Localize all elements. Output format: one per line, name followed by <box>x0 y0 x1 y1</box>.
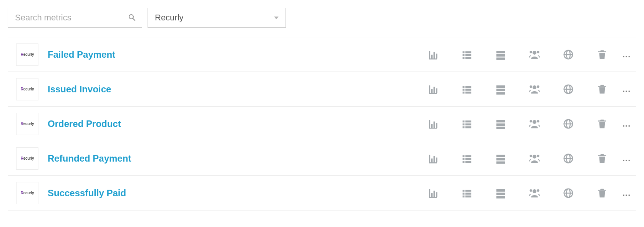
globe-icon[interactable] <box>563 49 574 60</box>
source-logo-text: Recurly <box>21 87 34 91</box>
row-actions: ... <box>427 118 632 130</box>
metric-name-link[interactable]: Successfully Paid <box>48 188 427 199</box>
metrics-list: Recurly Failed Payment ... Recurly Issue… <box>8 37 636 210</box>
users-icon[interactable] <box>529 83 540 95</box>
list-icon[interactable] <box>461 187 473 199</box>
row-actions: ... <box>427 187 632 199</box>
more-menu-icon[interactable]: ... <box>622 188 630 198</box>
metric-name-link[interactable]: Refunded Payment <box>48 153 427 164</box>
source-select-value: Recurly <box>155 13 184 23</box>
source-select[interactable]: Recurly <box>148 8 286 28</box>
globe-icon[interactable] <box>563 83 574 95</box>
source-logo: Recurly <box>16 113 38 135</box>
source-logo: Recurly <box>16 43 38 66</box>
more-menu-icon[interactable]: ... <box>622 154 630 164</box>
metric-row: Recurly Failed Payment ... <box>8 37 636 72</box>
globe-icon[interactable] <box>563 153 574 164</box>
chart-icon[interactable] <box>427 153 439 164</box>
chart-icon[interactable] <box>427 187 439 199</box>
chevron-down-icon <box>274 17 279 19</box>
more-menu-icon[interactable]: ... <box>622 50 630 60</box>
list-icon[interactable] <box>461 49 473 60</box>
trash-icon[interactable] <box>596 118 608 130</box>
list-icon[interactable] <box>461 153 473 164</box>
source-logo-text: Recurly <box>21 122 34 126</box>
trash-icon[interactable] <box>596 153 608 164</box>
row-actions: ... <box>427 153 632 164</box>
row-actions: ... <box>427 83 632 95</box>
metric-row: Recurly Issued Invoice ... <box>8 72 636 107</box>
globe-icon[interactable] <box>563 187 574 199</box>
more-menu-icon[interactable]: ... <box>622 84 630 94</box>
users-icon[interactable] <box>529 118 540 130</box>
source-logo-text: Recurly <box>21 52 34 57</box>
filters-bar: Recurly <box>8 8 636 28</box>
trash-icon[interactable] <box>596 83 608 95</box>
source-logo: Recurly <box>16 147 38 170</box>
list-icon[interactable] <box>461 83 473 95</box>
chart-icon[interactable] <box>427 49 439 60</box>
list-icon[interactable] <box>461 118 473 130</box>
metric-row: Recurly Successfully Paid ... <box>8 176 636 210</box>
trash-icon[interactable] <box>596 49 608 60</box>
chart-icon[interactable] <box>427 83 439 95</box>
users-icon[interactable] <box>529 49 540 60</box>
trash-icon[interactable] <box>596 187 608 199</box>
chart-icon[interactable] <box>427 118 439 130</box>
server-icon[interactable] <box>495 118 506 130</box>
users-icon[interactable] <box>529 187 540 199</box>
metric-name-link[interactable]: Failed Payment <box>48 49 427 60</box>
metric-name-link[interactable]: Ordered Product <box>48 119 427 129</box>
metric-row: Recurly Refunded Payment ... <box>8 141 636 176</box>
search-field <box>8 8 142 28</box>
metric-name-link[interactable]: Issued Invoice <box>48 84 427 95</box>
metric-row: Recurly Ordered Product ... <box>8 107 636 141</box>
server-icon[interactable] <box>495 49 506 60</box>
more-menu-icon[interactable]: ... <box>622 119 630 129</box>
server-icon[interactable] <box>495 187 506 199</box>
source-logo: Recurly <box>16 182 38 204</box>
server-icon[interactable] <box>495 83 506 95</box>
globe-icon[interactable] <box>563 118 574 130</box>
search-input[interactable] <box>8 8 142 28</box>
search-icon <box>128 13 137 22</box>
source-logo: Recurly <box>16 78 38 100</box>
users-icon[interactable] <box>529 153 540 164</box>
source-logo-text: Recurly <box>21 191 34 195</box>
row-actions: ... <box>427 49 632 60</box>
server-icon[interactable] <box>495 153 506 164</box>
source-logo-text: Recurly <box>21 156 34 160</box>
